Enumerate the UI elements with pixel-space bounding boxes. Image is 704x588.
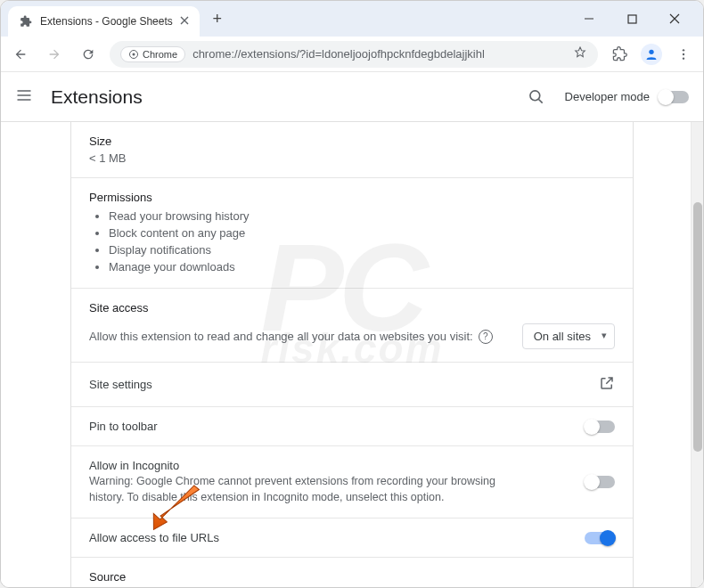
pin-toolbar-toggle[interactable]	[585, 421, 615, 433]
url-text: chrome://extensions/?id=ldoneljoojofhpck…	[192, 47, 485, 61]
extension-favicon-icon	[19, 14, 33, 29]
svg-point-7	[530, 90, 540, 100]
svg-point-5	[683, 53, 684, 54]
page-title: Extensions	[51, 86, 143, 108]
size-label: Size	[89, 135, 615, 148]
menu-hamburger-icon[interactable]	[15, 86, 33, 108]
source-label: Source	[89, 570, 615, 584]
bookmark-star-icon[interactable]	[573, 45, 587, 62]
nav-forward-button[interactable]	[42, 42, 67, 67]
help-icon[interactable]: ?	[479, 330, 493, 344]
section-size: Size < 1 MB	[71, 122, 633, 177]
permission-item: Display notifications	[109, 241, 615, 258]
svg-point-3	[649, 49, 653, 53]
size-value: < 1 MB	[89, 151, 615, 165]
url-scheme-chip: Chrome	[120, 46, 185, 62]
permission-item: Read your browsing history	[109, 208, 615, 225]
titlebar: Extensions - Google Sheets +	[1, 1, 703, 37]
search-icon[interactable]	[524, 85, 549, 110]
developer-mode-toggle[interactable]	[659, 91, 689, 103]
extensions-toolbar-icon[interactable]	[607, 42, 632, 67]
svg-point-6	[683, 57, 684, 59]
site-access-label: Site access	[89, 301, 615, 314]
new-tab-button[interactable]: +	[205, 6, 230, 31]
site-access-desc: Allow this extension to read and change …	[89, 330, 473, 343]
incognito-label: Allow in Incognito	[89, 459, 574, 472]
omnibox[interactable]: Chrome chrome://extensions/?id=ldoneljoo…	[110, 41, 598, 68]
address-bar-row: Chrome chrome://extensions/?id=ldoneljoo…	[1, 37, 703, 72]
permissions-list: Read your browsing history Block content…	[89, 208, 615, 275]
app-header: Extensions Developer mode	[1, 72, 703, 122]
open-external-icon	[599, 375, 615, 394]
section-file-urls: Allow access to file URLs	[71, 518, 633, 557]
section-pin-toolbar: Pin to toolbar	[71, 406, 633, 445]
section-permissions: Permissions Read your browsing history B…	[71, 177, 633, 288]
browser-menu-icon[interactable]	[671, 42, 696, 67]
file-urls-toggle[interactable]	[585, 532, 615, 544]
site-access-select[interactable]: On all sites	[522, 323, 615, 349]
svg-point-4	[683, 49, 684, 51]
site-settings-label: Site settings	[89, 378, 152, 391]
window-close-button[interactable]	[659, 6, 691, 31]
tab-title: Extensions - Google Sheets	[40, 15, 173, 28]
permission-item: Manage your downloads	[109, 258, 615, 275]
scrollbar-thumb[interactable]	[693, 202, 702, 452]
nav-reload-button[interactable]	[76, 42, 101, 67]
window-minimize-button[interactable]	[573, 6, 605, 31]
browser-tab[interactable]: Extensions - Google Sheets	[8, 6, 200, 37]
permissions-label: Permissions	[89, 191, 615, 204]
profile-avatar[interactable]	[641, 44, 662, 65]
extension-detail-card: Size < 1 MB Permissions Read your browsi…	[70, 122, 634, 587]
pin-toolbar-label: Pin to toolbar	[89, 420, 158, 433]
incognito-toggle[interactable]	[585, 476, 615, 488]
svg-rect-0	[628, 15, 636, 23]
svg-point-2	[133, 53, 135, 55]
nav-back-button[interactable]	[8, 42, 33, 67]
developer-mode-label: Developer mode	[565, 90, 650, 103]
permission-item: Block content on any page	[109, 225, 615, 241]
tab-close-icon[interactable]	[180, 15, 189, 28]
section-source: Source Unpacked extension Loaded from: ~…	[71, 557, 633, 587]
section-allow-incognito: Allow in Incognito Warning: Google Chrom…	[71, 445, 633, 518]
section-site-settings[interactable]: Site settings	[71, 362, 633, 406]
section-site-access: Site access Allow this extension to read…	[71, 288, 633, 362]
window-maximize-button[interactable]	[616, 6, 648, 31]
scrollbar[interactable]	[691, 122, 703, 587]
incognito-desc: Warning: Google Chrome cannot prevent ex…	[89, 474, 517, 505]
file-urls-label: Allow access to file URLs	[89, 531, 219, 544]
